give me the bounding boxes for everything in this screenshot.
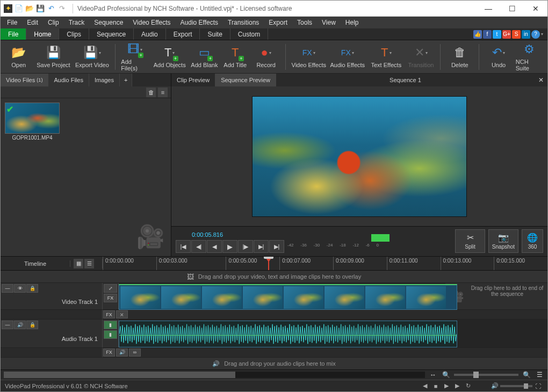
video-track-visible[interactable]: 👁 [14,284,26,293]
ribbon-tab-file[interactable]: File [1,28,26,40]
menu-view[interactable]: View [318,18,340,27]
audio-track-lock[interactable]: 🔒 [26,321,38,329]
delete-button[interactable]: 🗑Delete [446,42,473,72]
status-next-icon[interactable]: ▶ [452,382,463,389]
ribbon-tab-export[interactable]: Export [166,28,200,40]
zoom-out-icon[interactable]: 🔍 [441,371,451,379]
audio-vol-slot2[interactable]: ▮ [104,330,117,339]
status-expand-icon[interactable]: ⛶ [532,383,543,389]
minimize-button[interactable]: — [477,1,500,17]
linkedin-icon[interactable]: in [522,30,530,39]
help-icon[interactable]: ? [531,30,540,39]
ribbon-tab-home[interactable]: Home [26,28,59,40]
menu-help[interactable]: Help [341,18,363,27]
text-effects-button[interactable]: T▾Text Effects [369,42,404,72]
facebook-icon[interactable]: f [483,30,492,39]
menu-tools[interactable]: Tools [293,18,316,27]
menu-track[interactable]: Track [64,18,89,27]
audio-clip-fx[interactable]: FX [103,349,115,357]
menu-video-effects[interactable]: Video Effects [128,18,175,27]
timeline-view-2[interactable]: ☰ [84,259,94,268]
undo-button[interactable]: ↶▾Undo [485,42,512,72]
menu-edit[interactable]: Edit [23,18,42,27]
audio-effects-button[interactable]: FX▾Audio Effects [330,42,365,72]
video-effects-button[interactable]: FX▾Video Effects [291,42,327,72]
clip-thumbnail[interactable]: ✔ GOPR1001.MP4 [5,103,60,141]
overlay-drop-zone[interactable]: 🖼 Drag and drop your video, text and ima… [1,271,547,283]
ribbon-tab-sequence[interactable]: Sequence [89,28,134,40]
zoom-in-icon[interactable]: 🔍 [522,371,531,379]
ribbon-tab-audio[interactable]: Audio [134,28,166,40]
nch-suite-button[interactable]: ⚙NCH Suite [516,42,543,72]
video-clip-trans[interactable]: ⤫ [116,310,128,318]
fast-forward-button[interactable]: |▶ [238,240,253,253]
bin-tab-add[interactable]: + [120,74,132,86]
add-files-button[interactable]: 🎞+▾Add File(s) [121,42,148,72]
maximize-button[interactable]: ☐ [500,1,524,17]
timeline-ruler[interactable]: 0:00:00.000 0:00:03.000 0:00:05.000 0:00… [103,257,547,270]
status-volume-icon[interactable]: 🔊 [489,382,500,389]
split-button[interactable]: ✂Split [455,229,485,253]
record-button[interactable]: ●▾Record [252,42,279,72]
status-play-icon[interactable]: ▶ [441,382,452,389]
bin-tab-video[interactable]: Video Files (1) [1,74,48,86]
zoom-slider[interactable] [454,374,518,376]
video-fx-slot2[interactable]: FX [104,294,117,302]
timeline-menu-icon[interactable]: ☰ [535,371,544,379]
video-track-lock[interactable]: 🔒 [26,284,38,293]
volume-slider[interactable] [500,385,532,387]
360-button[interactable]: 🌐360 [522,229,543,253]
ribbon-tab-custom[interactable]: Custom [230,28,268,40]
menu-audio-effects[interactable]: Audio Effects [176,18,223,27]
menu-transitions[interactable]: Transitions [223,18,263,27]
bin-list-view-button[interactable]: ≡ [158,88,168,97]
timeline-scrollbar[interactable] [4,372,425,378]
redo-icon[interactable]: ↷ [57,4,66,13]
preview-viewport[interactable] [171,86,547,226]
ribbon-tab-clips[interactable]: Clips [59,28,89,40]
timeline-view-1[interactable]: ▦ [74,259,83,268]
preview-close-button[interactable]: ✕ [535,74,547,86]
menu-file[interactable]: File [3,18,21,27]
undo-icon[interactable]: ↶ [47,4,55,13]
help-dropdown-icon[interactable]: ▾ [541,32,543,37]
audio-clip[interactable] [119,321,457,347]
audio-clip-link[interactable]: ∞ [129,349,141,357]
status-loop-icon[interactable]: ↻ [463,382,473,389]
status-prev-icon[interactable]: ◀ [420,382,430,389]
google-plus-icon[interactable]: G+ [502,30,511,39]
ribbon-tab-suite[interactable]: Suite [200,28,230,40]
save-icon[interactable]: 💾 [36,4,45,13]
add-objects-button[interactable]: T+▾Add Objects [152,42,188,72]
go-end-button[interactable]: ▶| [269,240,284,253]
prev-frame-button[interactable]: ◀| [191,240,206,253]
menu-sequence[interactable]: Sequence [90,18,127,27]
audio-clip-vol[interactable]: 🔊 [116,349,128,357]
bin-tab-images[interactable]: Images [89,74,120,86]
save-project-button[interactable]: 💾Save Project [35,42,71,72]
audio-track-mute[interactable]: 🔊 [14,321,26,329]
preview-tab-clip[interactable]: Clip Preview [171,74,215,86]
play-button[interactable]: ▶ [222,240,237,253]
export-video-button[interactable]: 💾▾Export Video [74,42,110,72]
open-icon[interactable]: 📂 [25,4,34,13]
add-blank-button[interactable]: ▭+Add Blank [191,42,218,72]
close-button[interactable]: ✕ [524,1,547,17]
audio-vol-slot[interactable]: ▮ [104,321,117,329]
stumble-icon[interactable]: S [512,30,521,39]
menu-export[interactable]: Export [264,18,292,27]
playhead[interactable] [268,257,269,270]
like-icon[interactable]: 👍 [473,30,482,39]
fit-width-icon[interactable]: ↔ [428,371,438,379]
menu-clip[interactable]: Clip [44,18,63,27]
snapshot-button[interactable]: 📷Snapshot [488,229,518,253]
next-frame-button[interactable]: ▶| [254,240,269,253]
open-button[interactable]: 📂Open [5,42,32,72]
video-fx-slot1[interactable]: ⤢ [104,284,117,293]
mix-drop-zone[interactable]: 🔊 Drag and drop your audio clips here to… [1,358,547,369]
video-track-collapse[interactable]: — [2,284,13,293]
bin-delete-button[interactable]: 🗑 [146,88,156,97]
go-start-button[interactable]: |◀ [176,240,191,253]
twitter-icon[interactable]: t [493,30,501,39]
video-clip-fx[interactable]: FX [103,310,115,318]
